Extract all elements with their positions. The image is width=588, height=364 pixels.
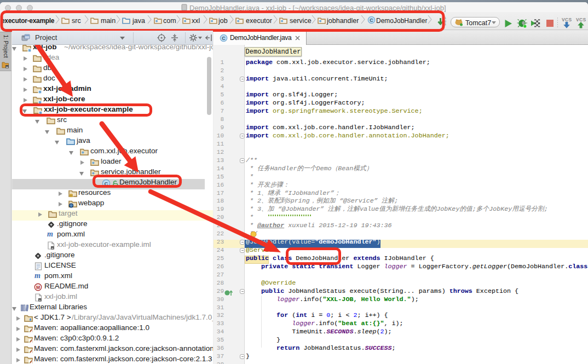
svg-text:M: M <box>36 284 40 290</box>
svg-text:C: C <box>222 35 226 41</box>
svg-text:C: C <box>105 180 108 186</box>
svg-text:C: C <box>370 18 373 23</box>
